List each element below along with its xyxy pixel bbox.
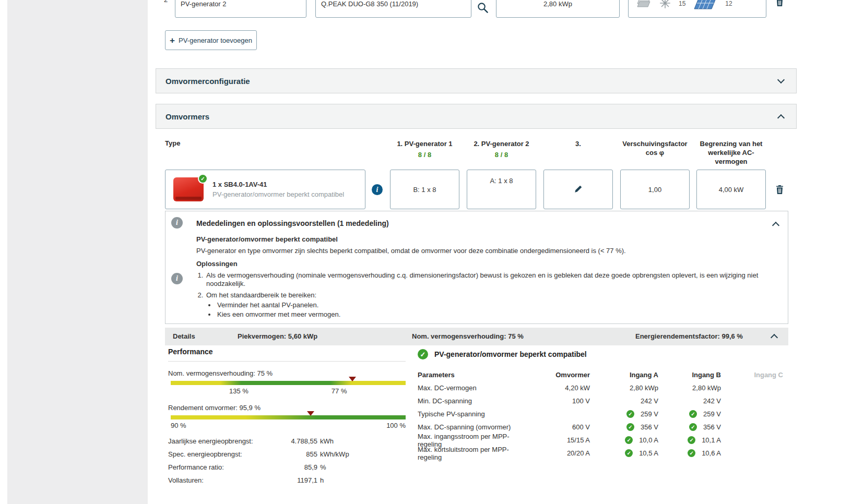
check-icon	[626, 423, 634, 431]
add-pv-generator-button[interactable]: PV-generator toevoegen	[165, 30, 257, 50]
stat-row-performance-ratio: Performance ratio: 85,9 %	[168, 463, 406, 472]
gauge2-gradient	[171, 415, 406, 419]
compatibility-section: PV-generator/omvormer beperkt compatibel…	[418, 347, 788, 460]
search-icon[interactable]	[477, 2, 489, 15]
param-header-ingang-b: Ingang B	[660, 368, 723, 381]
messages-content: PV-generator/omvormer beperkt compatibel…	[196, 235, 770, 321]
section-omvormers[interactable]: Omvormers	[156, 104, 797, 129]
param-input-b-value: 2,80 kWp	[660, 381, 723, 394]
param-input-b-value: 10,1 A	[660, 434, 723, 447]
pv-peak-power-field[interactable]: 2,80 kWp	[496, 0, 620, 18]
chevron-up-icon[interactable]	[772, 222, 779, 229]
delete-pv-generator-icon[interactable]	[776, 0, 784, 8]
param-inverter-value: 600 V	[528, 421, 590, 434]
stat-unit: h	[317, 476, 406, 485]
sun-icon	[659, 0, 671, 10]
column-header-pv-generator-2: 2. PV-generator 2 8 / 8	[467, 139, 536, 159]
column-header-pv-generator-1: 1. PV-generator 1 8 / 8	[390, 139, 459, 159]
edit-assignment-button[interactable]	[543, 170, 613, 209]
orientation-value-2: 12	[725, 0, 732, 7]
details-bar[interactable]: Details Piekvermogen: 5,60 kWp Nom. verm…	[165, 328, 788, 345]
pv-orientation-field[interactable]: 15 12	[628, 0, 766, 18]
inverter-status-text: PV-generator/omvormer beperkt compatibel	[212, 189, 344, 199]
chevron-down-icon[interactable]	[777, 76, 785, 83]
param-input-a-value: 242 V	[590, 394, 660, 407]
compatibility-status: PV-generator/omvormer beperkt compatibel	[418, 349, 788, 359]
stat-label: Spec. energieopbrengst:	[168, 450, 270, 459]
gen1-assignment-field[interactable]: B: 1 x 8	[390, 170, 459, 209]
performance-title: Performance	[168, 347, 406, 362]
ac-limit-value: 4,00 kW	[719, 186, 744, 194]
ac-limit-field[interactable]: 4,00 kW	[696, 170, 766, 209]
stat-value: 4.788,55	[270, 437, 317, 446]
gauge1-gradient	[171, 381, 406, 385]
param-inverter-value: 20/20 A	[528, 447, 590, 460]
pv-name-input[interactable]: PV-generator 2	[175, 0, 306, 18]
inverter-name: 1 x SB4.0-1AV-41	[212, 179, 344, 189]
info-icon[interactable]	[372, 184, 383, 195]
plus-icon	[170, 36, 175, 45]
section-omvormers-title: Omvormers	[165, 112, 209, 121]
value-text: 2,80 kWp	[630, 384, 658, 392]
value-text: 10,6 A	[702, 449, 721, 457]
gen2-assignment-field[interactable]: A: 1 x 8	[467, 170, 536, 209]
gauge2-bar	[171, 415, 406, 419]
param-input-c-value	[723, 447, 783, 460]
inverter-image	[173, 177, 204, 201]
column-title: 2. PV-generator 2	[474, 140, 529, 148]
string-count-badge: 8 / 8	[467, 150, 536, 159]
check-icon	[418, 349, 428, 359]
stat-label: Performance ratio:	[168, 463, 270, 472]
column-title: 1. PV-generator 1	[397, 140, 452, 148]
param-label: Min. DC-spanning	[418, 394, 528, 407]
param-input-c-value	[723, 394, 783, 407]
info-icon	[171, 217, 183, 229]
pv-module-input[interactable]: Q.PEAK DUO-G8 350 (11/2019)	[315, 0, 471, 18]
section-omvormerconfiguratie[interactable]: Omvormerconfiguratie	[156, 68, 797, 93]
gauge1-marker-icon	[349, 377, 356, 381]
column-header-type: Type	[165, 139, 180, 147]
value-text: 2,80 kWp	[692, 384, 721, 392]
stat-unit: kWh/kWp	[317, 450, 406, 459]
param-inverter-value: 4,20 kW	[528, 381, 590, 394]
chevron-up-icon[interactable]	[777, 114, 785, 122]
gauge1-tick-right: 77 %	[332, 387, 347, 395]
param-input-b-value: 10,6 A	[660, 447, 723, 460]
stat-row-full-load-hours: Vollasturen: 1197,1 h	[168, 476, 406, 485]
param-input-c-value	[723, 434, 783, 447]
gauge1-ticks: 135 % 77 %	[171, 387, 406, 396]
check-badge-icon	[199, 175, 207, 183]
chevron-up-icon[interactable]	[771, 334, 778, 341]
module-stack-icon	[636, 0, 652, 10]
stat-value: 855	[270, 450, 317, 459]
sunny-design-page: 2 PV-generator 2 Q.PEAK DUO-G8 350 (11/2…	[0, 0, 852, 504]
gauge2-marker-icon	[307, 411, 314, 416]
solution-2a-text: Verminder het aantal PV-panelen.	[217, 301, 318, 309]
messages-title: Mededelingen en oplossingsvoorstellen (1…	[196, 219, 389, 227]
pv-name-value: PV-generator 2	[181, 0, 226, 8]
gen1-assignment-value: B: 1 x 8	[413, 186, 436, 194]
value-text: 259 V	[641, 410, 658, 418]
cos-phi-field[interactable]: 1,00	[620, 170, 690, 209]
solution-2b-text: Kies een omvormer met meer vermogen.	[217, 310, 340, 318]
column-header-verschuivingsfactor: Verschuivingsfactor cos φ	[620, 139, 690, 157]
add-pv-generator-label: PV-generator toevoegen	[179, 37, 252, 44]
pv-module-value: Q.PEAK DUO-G8 350 (11/2019)	[321, 0, 418, 8]
value-text: 242 V	[703, 397, 721, 405]
pv-row-index: 2	[164, 0, 168, 4]
check-icon	[625, 436, 633, 444]
gauge2-ticks: 90 % 100 %	[171, 422, 406, 430]
orientation-value-1: 15	[679, 0, 685, 7]
parameters-table: Parameters Omvormer Ingang A Ingang B In…	[418, 368, 788, 460]
details-peak-power: Piekvermogen: 5,60 kWp	[238, 332, 317, 340]
stat-unit: kWh	[317, 437, 406, 446]
delete-inverter-icon[interactable]	[776, 185, 784, 196]
details-label: Details	[173, 332, 195, 340]
gauge2-tick-left: 90 %	[171, 422, 186, 429]
param-input-a-value: 2,80 kWp	[590, 381, 660, 394]
column-header-3: 3.	[543, 139, 613, 148]
column-title: Verschuivingsfactor cos φ	[622, 140, 687, 157]
check-icon	[688, 436, 695, 444]
details-energy-factor: Energierendementsfactor: 99,6 %	[635, 332, 743, 340]
inverter-type-cell[interactable]: 1 x SB4.0-1AV-41 PV-generator/omvormer b…	[165, 170, 365, 209]
